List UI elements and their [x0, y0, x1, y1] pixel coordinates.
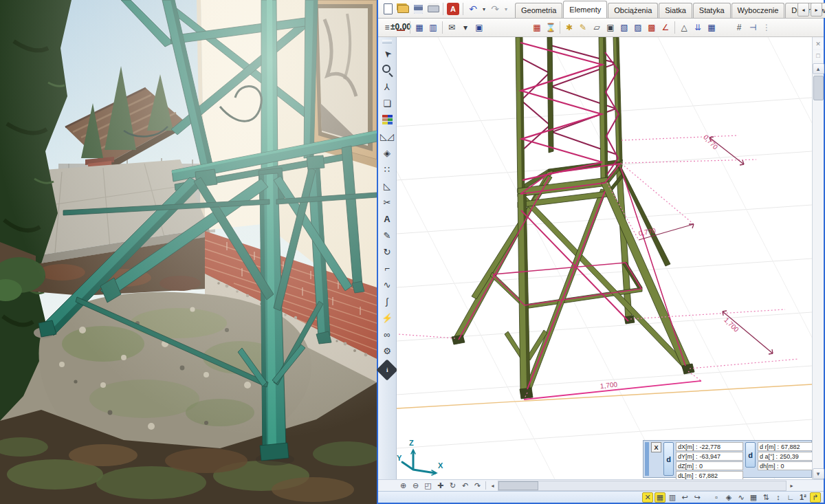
extrude-frame-icon[interactable]: ▩: [645, 21, 659, 34]
renumber-icon[interactable]: ↻: [380, 244, 395, 259]
support-icon[interactable]: △: [677, 21, 691, 34]
orientation-icon[interactable]: ↱: [810, 492, 821, 503]
zoom-out-icon[interactable]: ⊖: [410, 481, 421, 491]
table-icon[interactable]: ▦: [412, 21, 426, 34]
hscroll-left-icon[interactable]: ◂: [488, 481, 497, 490]
delta-xyz-group: d dX[m] :-22,778 dY[m] :-63,947 dZ[m] :0…: [663, 442, 743, 476]
node-diamond-icon[interactable]: ◈: [380, 145, 395, 160]
draw-element-icon[interactable]: ✱: [562, 21, 576, 34]
tab-scroll-right-icon[interactable]: ▸: [811, 3, 822, 17]
align-arrows-icon[interactable]: ⇅: [760, 492, 771, 503]
coordinate-panel-handle[interactable]: [645, 442, 649, 476]
zoom-tool-icon[interactable]: [380, 63, 395, 78]
tab-geometria[interactable]: Geometria: [515, 3, 562, 18]
node-connect-icon[interactable]: ⊣: [746, 21, 760, 34]
numbering-icon[interactable]: ↕: [773, 492, 784, 503]
zoom-in-icon[interactable]: ⊕: [397, 481, 409, 491]
beam-diagram-icon[interactable]: ∫: [380, 294, 395, 309]
toolbar-separator: [485, 481, 486, 490]
extrude-solid-icon[interactable]: ▨: [631, 21, 645, 34]
wrench-icon[interactable]: ⚙: [380, 343, 395, 358]
scroll-up-icon[interactable]: ▴: [813, 63, 824, 74]
surface-load-icon[interactable]: ▦: [705, 21, 718, 34]
snap-points-icon[interactable]: ∷: [380, 162, 395, 177]
horizontal-scrollbar-thumb[interactable]: [498, 481, 538, 490]
undo-dropdown-icon[interactable]: ▾: [481, 1, 487, 17]
delete-mode-icon[interactable]: ✕: [642, 492, 653, 503]
edit-layers-icon[interactable]: ✎: [380, 228, 395, 243]
save-icon[interactable]: [410, 1, 426, 17]
export-icon[interactable]: ✉: [445, 21, 459, 34]
select-cursor-icon[interactable]: ➤: [380, 46, 395, 61]
list-table-icon[interactable]: ▥: [426, 21, 440, 34]
tab-scroll-left-icon[interactable]: ◂: [798, 3, 809, 17]
vertical-scrollbar[interactable]: ✕ □ ▴ ▾: [812, 37, 824, 479]
next-view-icon[interactable]: ↷: [472, 481, 483, 491]
pending-table-icon[interactable]: ⌛: [544, 21, 558, 34]
tab-elementy[interactable]: Elementy: [563, 1, 607, 18]
horizontal-scrollbar[interactable]: [498, 481, 786, 491]
tab-siatka[interactable]: Siatka: [659, 3, 692, 18]
undo-icon[interactable]: ↶: [465, 1, 481, 17]
text-annotation-icon[interactable]: A: [380, 211, 395, 226]
history-forward-icon[interactable]: ↪: [692, 492, 703, 503]
copy-block-icon[interactable]: ❏: [380, 96, 395, 111]
levels-icon[interactable]: ±0.00: [394, 21, 408, 34]
open-folder-icon[interactable]: [395, 1, 410, 17]
ucs-axes-icon[interactable]: ⅄: [380, 79, 395, 94]
split-member-icon[interactable]: ✂: [380, 195, 395, 210]
scroll-down-icon[interactable]: ▾: [813, 468, 824, 479]
snap-grid-icon[interactable]: ▦: [654, 492, 666, 503]
new-document-icon[interactable]: [380, 1, 395, 17]
tab-statyka[interactable]: Statyka: [693, 3, 731, 18]
node-snap-icon[interactable]: ◈: [723, 492, 734, 503]
selection-list-icon[interactable]: ▥: [667, 492, 678, 503]
element-table-icon[interactable]: ▦: [530, 21, 544, 34]
coordinate-field-label: dL[m] :: [678, 472, 697, 479]
tab-wyboczenie[interactable]: Wyboczenie: [732, 3, 785, 18]
measure-setsquare-icon[interactable]: ◺: [380, 178, 395, 193]
polygon-icon[interactable]: ▱: [590, 21, 604, 34]
section-shape-icon[interactable]: ⌐: [380, 261, 395, 276]
view-glasses-icon[interactable]: ∞: [380, 327, 395, 342]
toolbar-overflow-icon[interactable]: ⋮: [760, 21, 773, 34]
info-icon[interactable]: i: [376, 359, 397, 380]
hscroll-right-icon[interactable]: ▸: [787, 481, 796, 490]
coordinate-panel-close-button[interactable]: X: [651, 442, 661, 452]
export-dropdown-icon[interactable]: ▾: [459, 21, 472, 34]
line-load-icon[interactable]: ⇊: [691, 21, 705, 34]
exponent-icon[interactable]: 1²: [798, 492, 808, 503]
cad-app-window: A ↶ ▾ ↷ ▾ Geometria Elementy Obciążenia …: [377, 0, 825, 504]
redo-icon[interactable]: ↷: [487, 1, 503, 17]
color-palette-icon[interactable]: [380, 112, 395, 127]
delta-mode-button[interactable]: d: [663, 442, 674, 476]
viewport-close-icon[interactable]: ✕: [813, 39, 824, 49]
local-axes-icon[interactable]: ∠: [659, 21, 672, 34]
viewport-maximize-icon[interactable]: □: [813, 50, 824, 61]
local-system-icon[interactable]: ∟: [785, 492, 796, 503]
previous-view-icon[interactable]: ↶: [459, 481, 471, 491]
draw-pencil-icon[interactable]: ✎: [576, 21, 590, 34]
extrude-panel-icon[interactable]: ▧: [617, 21, 631, 34]
steel-section-icon[interactable]: [718, 21, 732, 34]
mirror-icon[interactable]: ◺◿: [380, 129, 395, 144]
polyline-icon[interactable]: ∿: [380, 277, 395, 292]
mesh-icon[interactable]: ▦: [748, 492, 759, 503]
pdf-export-icon[interactable]: A: [447, 3, 459, 15]
zoom-extents-icon[interactable]: ◰: [422, 481, 434, 491]
curve-icon[interactable]: ∿: [736, 492, 747, 503]
delta-mode-button[interactable]: d: [745, 442, 756, 468]
capture-view-icon[interactable]: ▣: [472, 21, 486, 34]
redo-dropdown-icon[interactable]: ▾: [503, 1, 509, 17]
vertical-scrollbar-thumb[interactable]: [813, 76, 824, 100]
model-viewport[interactable]: 0,770 0,770 1,700 1,700 Z Y X X d dX[m] …: [397, 37, 812, 479]
tab-obciazenia[interactable]: Obciążenia: [608, 3, 658, 18]
rotate-view-icon[interactable]: ↻: [447, 481, 459, 491]
print-icon[interactable]: [426, 1, 441, 17]
pan-icon[interactable]: ✚: [434, 481, 446, 491]
ghost-element-icon[interactable]: ▫: [711, 492, 722, 503]
frame-structure-icon[interactable]: #: [732, 21, 746, 34]
history-back-icon[interactable]: ↩: [679, 492, 690, 503]
flashlight-icon[interactable]: ⚡: [380, 310, 395, 325]
polygon-hole-icon[interactable]: ▣: [604, 21, 617, 34]
